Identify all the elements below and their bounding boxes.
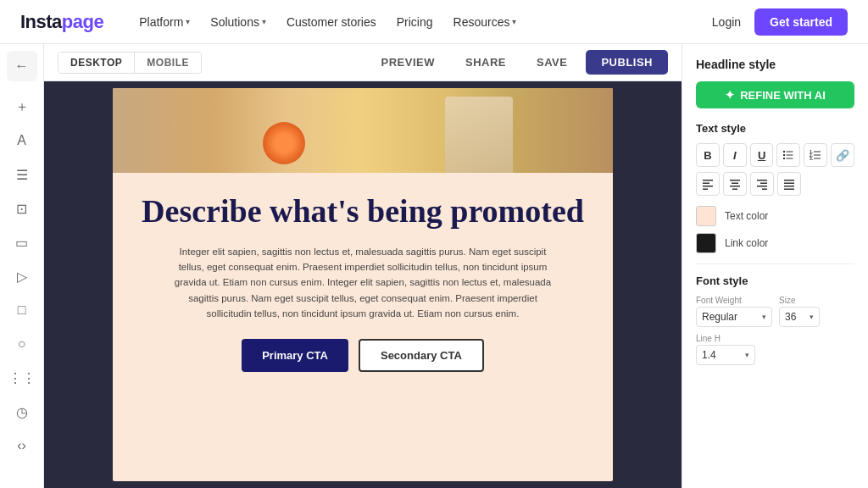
video-icon[interactable]: ▷ bbox=[7, 261, 37, 291]
view-toggle: DESKTOP MOBILE bbox=[58, 52, 202, 74]
font-style-title: Font style bbox=[696, 274, 854, 287]
mobile-view-button[interactable]: MOBILE bbox=[135, 53, 201, 73]
svg-rect-1 bbox=[787, 152, 793, 152]
layout-icon[interactable]: ☰ bbox=[7, 159, 37, 190]
line-height-select[interactable]: 1.4 ▾ bbox=[696, 345, 755, 365]
link-color-swatch[interactable] bbox=[696, 233, 716, 253]
format-row: B I U 1. 2. 3. bbox=[696, 143, 854, 167]
login-button[interactable]: Login bbox=[712, 15, 741, 29]
platform-chevron-icon: ▾ bbox=[186, 17, 190, 26]
logo: Instapage bbox=[20, 11, 103, 33]
top-navigation: Instapage Platform ▾ Solutions ▾ Custome… bbox=[0, 0, 868, 44]
font-size-select[interactable]: 36 ▾ bbox=[779, 307, 820, 327]
text-color-swatch[interactable] bbox=[696, 206, 716, 226]
svg-rect-24 bbox=[784, 180, 794, 181]
unordered-list-button[interactable] bbox=[776, 143, 800, 167]
svg-rect-13 bbox=[703, 183, 709, 185]
page-canvas: Describe what's being promoted Integer e… bbox=[113, 88, 613, 481]
text-color-row: Text color bbox=[696, 206, 854, 226]
svg-rect-21 bbox=[760, 183, 767, 185]
editor-topbar: DESKTOP MOBILE PREVIEW SHARE SAVE PUBLIS… bbox=[44, 44, 682, 81]
svg-rect-5 bbox=[787, 158, 793, 159]
nav-customer-stories[interactable]: Customer stories bbox=[278, 10, 385, 34]
right-panel: Headline style ✦ REFINE WITH AI Text sty… bbox=[682, 44, 868, 488]
circle-icon[interactable]: ○ bbox=[7, 329, 37, 359]
canvas-area: Describe what's being promoted Integer e… bbox=[44, 81, 682, 488]
align-justify-button[interactable] bbox=[777, 172, 801, 196]
svg-rect-3 bbox=[787, 155, 793, 156]
font-row: Font Weight Regular ▾ Size 36 ▾ bbox=[696, 296, 854, 327]
svg-rect-19 bbox=[732, 189, 737, 191]
svg-rect-2 bbox=[783, 154, 785, 156]
secondary-cta-button[interactable]: Secondary CTA bbox=[359, 339, 484, 372]
primary-cta-button[interactable]: Primary CTA bbox=[242, 339, 348, 372]
nav-links: Platform ▾ Solutions ▾ Customer stories … bbox=[131, 10, 712, 34]
search-icon[interactable]: ⊡ bbox=[7, 193, 37, 224]
box-icon[interactable]: □ bbox=[7, 295, 37, 325]
timer-icon[interactable]: ◷ bbox=[7, 396, 37, 427]
nav-resources[interactable]: Resources ▾ bbox=[445, 10, 526, 34]
image-icon[interactable]: ▭ bbox=[7, 227, 37, 258]
font-weight-field: Font Weight Regular ▾ bbox=[696, 296, 772, 327]
share-button[interactable]: SHARE bbox=[453, 51, 518, 74]
get-started-button[interactable]: Get started bbox=[754, 8, 848, 36]
preview-button[interactable]: PREVIEW bbox=[370, 51, 447, 74]
font-weight-select[interactable]: Regular ▾ bbox=[696, 307, 772, 327]
align-center-button[interactable] bbox=[723, 172, 747, 196]
text-icon[interactable]: A bbox=[7, 125, 37, 156]
svg-rect-22 bbox=[757, 186, 767, 187]
svg-rect-26 bbox=[784, 186, 794, 187]
headline-style-title: Headline style bbox=[696, 58, 854, 71]
svg-text:3.: 3. bbox=[810, 156, 814, 161]
nav-pricing[interactable]: Pricing bbox=[388, 10, 442, 34]
text-style-title: Text style bbox=[696, 122, 854, 135]
add-element-icon[interactable]: ＋ bbox=[7, 92, 37, 122]
font-size-field: Size 36 ▾ bbox=[779, 296, 820, 327]
line-height-label: Line H bbox=[696, 334, 854, 343]
hero-image bbox=[113, 88, 613, 173]
line-height-row: Line H 1.4 ▾ bbox=[696, 334, 854, 365]
elements-icon[interactable]: ⋮⋮ bbox=[7, 363, 37, 393]
nav-solutions[interactable]: Solutions ▾ bbox=[202, 10, 275, 34]
editor-actions: PREVIEW SHARE SAVE PUBLISH bbox=[370, 50, 668, 75]
text-color-label: Text color bbox=[725, 210, 768, 222]
ordered-list-button[interactable]: 1. 2. 3. bbox=[804, 143, 827, 167]
align-right-button[interactable] bbox=[750, 172, 774, 196]
save-button[interactable]: SAVE bbox=[525, 51, 579, 74]
underline-button[interactable]: U bbox=[750, 143, 774, 167]
back-icon[interactable]: ← bbox=[7, 51, 37, 81]
line-height-chevron-icon: ▾ bbox=[745, 351, 749, 359]
svg-rect-12 bbox=[703, 180, 713, 181]
editor-area: DESKTOP MOBILE PREVIEW SHARE SAVE PUBLIS… bbox=[44, 44, 682, 488]
font-weight-label: Font Weight bbox=[696, 296, 772, 305]
nav-platform[interactable]: Platform ▾ bbox=[131, 10, 198, 34]
nav-right: Login Get started bbox=[712, 8, 848, 36]
font-weight-chevron-icon: ▾ bbox=[762, 313, 766, 321]
font-size-chevron-icon: ▾ bbox=[810, 313, 814, 321]
publish-button[interactable]: PUBLISH bbox=[586, 50, 668, 75]
left-sidebar: ← ＋ A ☰ ⊡ ▭ ▷ □ ○ ⋮⋮ ◷ ‹› bbox=[0, 44, 44, 488]
svg-rect-4 bbox=[783, 158, 785, 159]
link-color-row: Link color bbox=[696, 233, 854, 253]
italic-button[interactable]: I bbox=[723, 143, 747, 167]
bold-button[interactable]: B bbox=[696, 143, 720, 167]
canvas-content: Describe what's being promoted Integer e… bbox=[113, 173, 613, 392]
svg-rect-23 bbox=[762, 189, 767, 191]
align-left-button[interactable] bbox=[696, 172, 720, 196]
link-button[interactable]: 🔗 bbox=[831, 143, 854, 167]
svg-rect-27 bbox=[784, 189, 794, 191]
desktop-view-button[interactable]: DESKTOP bbox=[58, 53, 135, 73]
code-icon[interactable]: ‹› bbox=[7, 430, 37, 461]
svg-rect-17 bbox=[732, 183, 738, 185]
main-area: ← ＋ A ☰ ⊡ ▭ ▷ □ ○ ⋮⋮ ◷ ‹› DESKTOP MOBILE… bbox=[0, 44, 868, 488]
canvas-body-text[interactable]: Integer elit sapien, sagittis non lectus… bbox=[168, 244, 558, 322]
solutions-chevron-icon: ▾ bbox=[262, 17, 266, 26]
size-label: Size bbox=[779, 296, 820, 305]
refine-ai-button[interactable]: ✦ REFINE WITH AI bbox=[696, 81, 854, 108]
resources-chevron-icon: ▾ bbox=[512, 17, 516, 26]
svg-rect-18 bbox=[730, 186, 740, 187]
svg-rect-16 bbox=[730, 180, 740, 181]
canvas-headline[interactable]: Describe what's being promoted bbox=[140, 193, 586, 230]
ai-sparkle-icon: ✦ bbox=[725, 88, 735, 102]
svg-rect-11 bbox=[814, 158, 821, 159]
